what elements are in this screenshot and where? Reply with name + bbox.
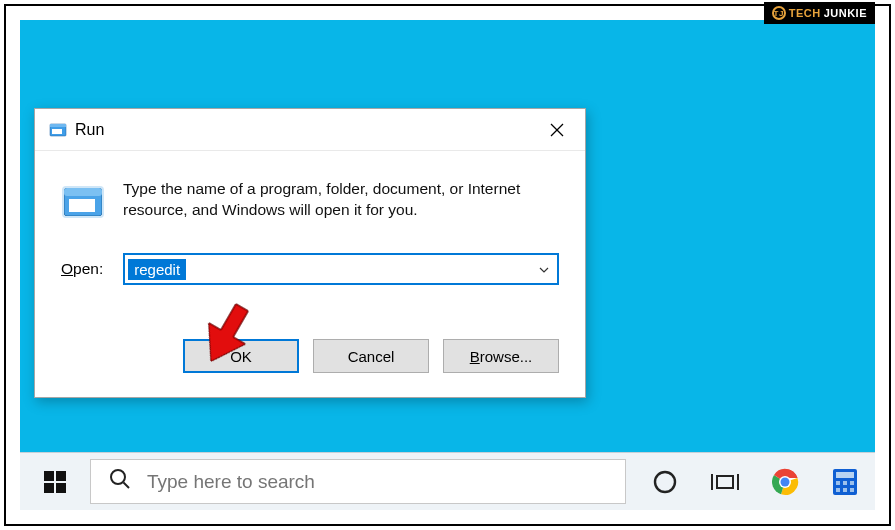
run-title-icon (49, 121, 67, 139)
cancel-button[interactable]: Cancel (313, 339, 429, 373)
calculator-app-button[interactable] (815, 453, 875, 510)
close-icon (550, 123, 564, 137)
task-view-icon (710, 470, 740, 494)
open-label: Open: (61, 260, 103, 278)
svg-rect-24 (836, 481, 840, 485)
svg-rect-7 (69, 199, 95, 212)
chrome-icon (770, 467, 800, 497)
calculator-icon (830, 467, 860, 497)
watermark-junkie: JUNKIE (824, 7, 867, 19)
svg-rect-25 (843, 481, 847, 485)
run-body-icon (61, 179, 105, 223)
svg-point-21 (781, 477, 790, 486)
chrome-app-button[interactable] (755, 453, 815, 510)
svg-rect-27 (836, 488, 840, 492)
svg-rect-9 (44, 471, 54, 481)
desktop[interactable]: Run Type the name o (20, 20, 875, 510)
cancel-button-label: Cancel (348, 348, 395, 365)
task-view-button[interactable] (695, 453, 755, 510)
svg-rect-23 (836, 472, 854, 478)
svg-rect-1 (50, 124, 66, 127)
svg-point-13 (111, 470, 125, 484)
titlebar[interactable]: Run (35, 109, 585, 151)
watermark-tech: TECH (789, 7, 821, 19)
run-dialog: Run Type the name o (34, 108, 586, 398)
svg-rect-10 (56, 471, 66, 481)
open-input-value[interactable]: regedit (128, 259, 186, 280)
taskbar-tray (635, 453, 875, 510)
svg-rect-6 (64, 188, 102, 196)
svg-rect-11 (44, 483, 54, 493)
svg-rect-29 (850, 488, 854, 492)
svg-line-14 (124, 483, 130, 489)
search-input[interactable] (147, 471, 607, 493)
svg-point-15 (655, 472, 675, 492)
chevron-down-icon[interactable] (539, 263, 549, 275)
search-icon (109, 468, 131, 495)
browse-button-label: Browse... (470, 348, 533, 365)
start-button[interactable] (20, 453, 90, 510)
svg-rect-2 (52, 129, 62, 134)
ok-button[interactable]: OK (183, 339, 299, 373)
svg-rect-12 (56, 483, 66, 493)
watermark-logo-icon: TJ (772, 6, 786, 20)
dialog-title: Run (75, 121, 529, 139)
ok-button-label: OK (230, 348, 252, 365)
taskbar (20, 452, 875, 510)
browse-button[interactable]: Browse... (443, 339, 559, 373)
windows-logo-icon (42, 469, 68, 495)
taskbar-search[interactable] (90, 459, 626, 504)
svg-rect-16 (717, 476, 733, 488)
watermark-badge: TJ TECHJUNKIE (764, 2, 875, 24)
dialog-description: Type the name of a program, folder, docu… (123, 179, 559, 223)
close-button[interactable] (529, 109, 585, 150)
svg-rect-28 (843, 488, 847, 492)
open-combobox[interactable]: regedit (123, 253, 559, 285)
svg-rect-26 (850, 481, 854, 485)
circle-icon (652, 469, 678, 495)
cortana-button[interactable] (635, 453, 695, 510)
